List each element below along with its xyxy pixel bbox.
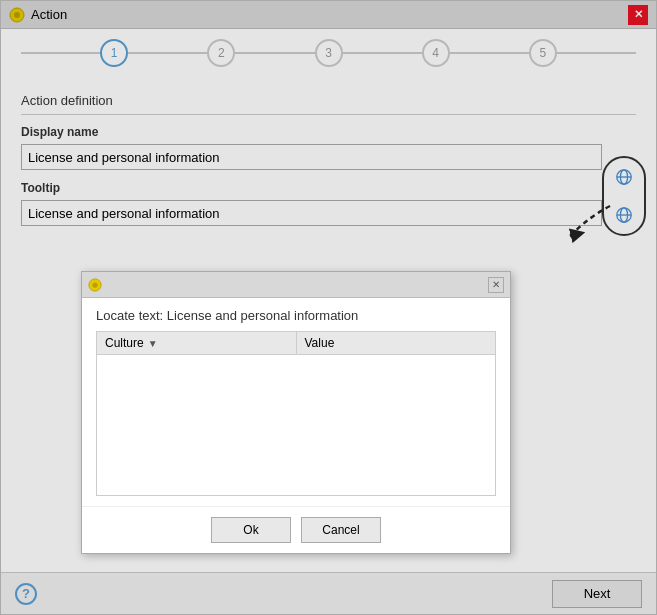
cancel-button[interactable]: Cancel bbox=[301, 517, 381, 543]
value-column-header: Value bbox=[297, 332, 496, 354]
culture-column-header: Culture ▼ bbox=[97, 332, 297, 354]
dialog-body: Locate text: License and personal inform… bbox=[82, 298, 510, 506]
dialog-app-icon bbox=[88, 278, 102, 292]
dialog-table: Culture ▼ Value bbox=[96, 331, 496, 496]
dialog-locate-text: Locate text: License and personal inform… bbox=[96, 308, 496, 323]
svg-point-15 bbox=[92, 282, 97, 287]
culture-dropdown-arrow[interactable]: ▼ bbox=[148, 338, 158, 349]
dialog-footer: Ok Cancel bbox=[82, 506, 510, 553]
ok-button[interactable]: Ok bbox=[211, 517, 291, 543]
dialog-title-bar: ✕ bbox=[82, 272, 510, 298]
main-window: Action ✕ 1 2 3 4 5 Action definition Dis… bbox=[0, 0, 657, 615]
dialog-overlay: ✕ Locate text: License and personal info… bbox=[1, 1, 656, 614]
dialog-table-header: Culture ▼ Value bbox=[97, 332, 495, 355]
dialog-close-button[interactable]: ✕ bbox=[488, 277, 504, 293]
locate-text-dialog: ✕ Locate text: License and personal info… bbox=[81, 271, 511, 554]
dialog-title-left bbox=[88, 278, 102, 292]
dialog-table-body bbox=[97, 355, 495, 495]
